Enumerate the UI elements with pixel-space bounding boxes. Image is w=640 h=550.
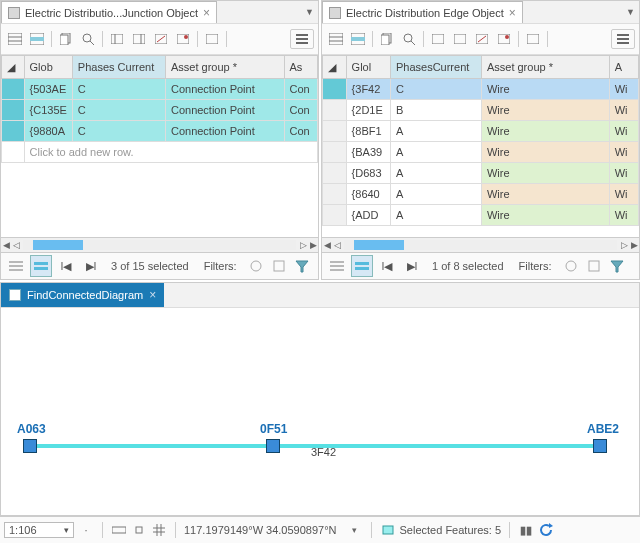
filter-extent-icon[interactable] (584, 256, 604, 276)
rows-icon[interactable] (5, 255, 27, 277)
menu-icon[interactable] (290, 29, 314, 49)
row-handle[interactable] (323, 205, 347, 226)
last-icon[interactable]: ▶l (401, 255, 423, 277)
row-handle[interactable] (323, 163, 347, 184)
cell-as[interactable]: Wi (609, 184, 638, 205)
cell-group[interactable]: Wire (481, 100, 609, 121)
row-header[interactable]: ◢ (323, 56, 347, 79)
view-all-icon[interactable] (326, 29, 346, 49)
cell-phase[interactable]: B (390, 100, 481, 121)
close-icon[interactable]: × (149, 288, 156, 302)
tab-dropdown-icon[interactable]: ▼ (305, 7, 314, 17)
cell-glob[interactable]: {D683 (346, 163, 390, 184)
tb-icon[interactable] (173, 29, 193, 49)
refresh-icon[interactable] (538, 522, 554, 538)
cell-glob[interactable]: {ADD (346, 205, 390, 226)
tab-dropdown-icon[interactable]: ▼ (626, 7, 635, 17)
scale-lock-icon[interactable]: · (78, 522, 94, 538)
h-scrollbar[interactable]: ◀◁ ▷▶ (1, 237, 318, 252)
tb-icon[interactable] (523, 29, 543, 49)
cell-phase[interactable]: C (72, 100, 165, 121)
row-handle[interactable] (2, 121, 25, 142)
close-icon[interactable]: × (203, 6, 210, 20)
tab-diagram[interactable]: FindConnectedDiagram × (1, 283, 164, 307)
cell-as[interactable]: Wi (609, 142, 638, 163)
cell-phase[interactable]: A (390, 184, 481, 205)
cell-glob[interactable]: {8640 (346, 184, 390, 205)
tb-icon[interactable] (428, 29, 448, 49)
cell-group[interactable]: Wire (481, 205, 609, 226)
col-as[interactable]: As (284, 56, 317, 79)
cell-glob[interactable]: {2D1E (346, 100, 390, 121)
table-row[interactable]: {8BF1AWireWi (323, 121, 639, 142)
col-phases[interactable]: PhasesCurrent (390, 56, 481, 79)
diagram-node[interactable] (23, 439, 37, 453)
last-icon[interactable]: ▶l (80, 255, 102, 277)
copy-icon[interactable] (56, 29, 76, 49)
zoom-icon[interactable] (78, 29, 98, 49)
h-scrollbar[interactable]: ◀◁ ▷▶ (322, 237, 639, 252)
scale-input[interactable]: 1:106 ▾ (4, 522, 74, 538)
table-row[interactable]: {D683AWireWi (323, 163, 639, 184)
cell-as[interactable]: Wi (609, 121, 638, 142)
cell-as[interactable]: Con (284, 100, 317, 121)
row-handle[interactable] (323, 184, 347, 205)
cell-group[interactable]: Wire (481, 79, 609, 100)
cell-group[interactable]: Connection Point (165, 79, 284, 100)
cell-phase[interactable]: C (390, 79, 481, 100)
cell-group[interactable]: Wire (481, 163, 609, 184)
table-row[interactable]: {3F42CWireWi (323, 79, 639, 100)
row-handle[interactable] (2, 100, 25, 121)
cell-phase[interactable]: C (72, 121, 165, 142)
chevron-down-icon[interactable]: ▾ (347, 522, 363, 538)
row-header[interactable]: ◢ (2, 56, 25, 79)
cell-as[interactable]: Wi (609, 100, 638, 121)
cell-phase[interactable]: C (72, 79, 165, 100)
cell-glob[interactable]: {3F42 (346, 79, 390, 100)
tab-junction[interactable]: Electric Distributio...Junction Object × (1, 1, 217, 23)
cell-as[interactable]: Wi (609, 163, 638, 184)
view-sel-icon[interactable] (27, 29, 47, 49)
close-icon[interactable]: × (509, 6, 516, 20)
tab-edge[interactable]: Electric Distribution Edge Object × (322, 1, 523, 23)
table-row[interactable]: {2D1EBWireWi (323, 100, 639, 121)
col-group[interactable]: Asset group * (165, 56, 284, 79)
first-icon[interactable]: l◀ (55, 255, 77, 277)
col-glob[interactable]: Glob (24, 56, 72, 79)
cell-glob[interactable]: {BA39 (346, 142, 390, 163)
diagram-node[interactable] (266, 439, 280, 453)
snap-icon[interactable] (131, 522, 147, 538)
pause-icon[interactable]: ▮▮ (518, 522, 534, 538)
cell-group[interactable]: Connection Point (165, 121, 284, 142)
zoom-icon[interactable] (399, 29, 419, 49)
tb-icon[interactable] (450, 29, 470, 49)
table-row[interactable]: {C135ECConnection PointCon (2, 100, 318, 121)
cell-as[interactable]: Wi (609, 205, 638, 226)
filter-time-icon[interactable] (561, 256, 581, 276)
cell-phase[interactable]: A (390, 142, 481, 163)
table-row[interactable]: {8640AWireWi (323, 184, 639, 205)
row-handle[interactable] (323, 79, 347, 100)
cell-group[interactable]: Wire (481, 121, 609, 142)
row-handle[interactable] (323, 100, 347, 121)
cell-phase[interactable]: A (390, 163, 481, 184)
cell-as[interactable]: Con (284, 79, 317, 100)
tb-icon[interactable] (472, 29, 492, 49)
cell-group[interactable]: Wire (481, 184, 609, 205)
table-row[interactable]: {9880ACConnection PointCon (2, 121, 318, 142)
selection-chip-icon[interactable] (380, 522, 396, 538)
row-handle[interactable] (2, 79, 25, 100)
row-handle[interactable] (323, 121, 347, 142)
cell-group[interactable]: Wire (481, 142, 609, 163)
col-as[interactable]: A (609, 56, 638, 79)
col-group[interactable]: Asset group * (481, 56, 609, 79)
col-glob[interactable]: Glol (346, 56, 390, 79)
cell-glob[interactable]: {503AE (24, 79, 72, 100)
filter-time-icon[interactable] (246, 256, 266, 276)
cell-glob[interactable]: {8BF1 (346, 121, 390, 142)
menu-icon[interactable] (611, 29, 635, 49)
filter-extent-icon[interactable] (269, 256, 289, 276)
diagram-node[interactable] (593, 439, 607, 453)
table-row[interactable]: {503AECConnection PointCon (2, 79, 318, 100)
cell-as[interactable]: Wi (609, 79, 638, 100)
